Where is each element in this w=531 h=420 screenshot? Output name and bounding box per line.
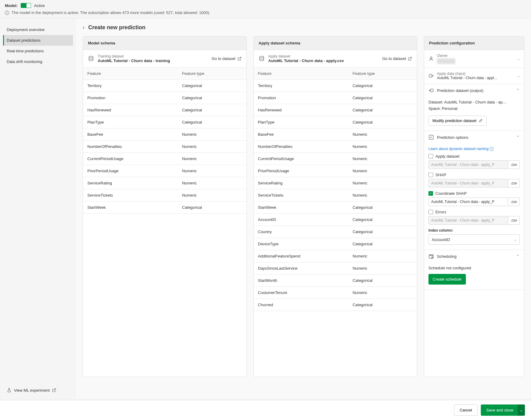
table-row: DaysSinceLastServiceNumeric — [254, 262, 417, 275]
training-dataset-label: Training dataset — [98, 54, 211, 58]
apply-data-value: AutoML Tutorial - Churn data - appl… — [437, 76, 514, 80]
schedule-row[interactable]: Scheduling ⌃ — [424, 250, 524, 263]
output-space: Space: Personal — [428, 106, 520, 111]
feature-cell: StartWeek — [254, 201, 348, 214]
table-row: PromotionCategorical — [254, 92, 417, 104]
goto-training-dataset[interactable]: Go to dataset — [211, 56, 241, 61]
goto-label: Go to dataset — [211, 56, 235, 61]
checkbox[interactable] — [428, 173, 433, 177]
checkbox[interactable] — [428, 154, 433, 159]
feature-cell: CurrentPeriodUsage — [254, 153, 348, 165]
feature-cell: Churned — [254, 299, 348, 311]
feature-cell: Country — [254, 226, 348, 238]
options-title: Prediction options — [437, 135, 513, 140]
table-row: CountryCategorical — [254, 226, 417, 238]
sidebar-item-data-drift[interactable]: Data drift monitoring — [3, 56, 73, 67]
type-cell: Numeric — [178, 177, 246, 189]
table-row: AccountIDCategorical — [254, 214, 417, 226]
flask-icon — [7, 388, 12, 393]
type-cell: Numeric — [348, 141, 417, 153]
type-cell: Categorical — [348, 299, 417, 311]
feature-cell: PriorPeriodUsage — [83, 165, 178, 177]
type-cell: Numeric — [178, 153, 246, 165]
table-row: PlanTypeCategorical — [254, 116, 417, 128]
output-row[interactable]: Prediction dataset (output) ⌃ — [424, 84, 524, 97]
option-input[interactable] — [428, 198, 508, 206]
type-cell: Categorical — [348, 201, 417, 214]
table-row: ServiceRatingNumeric — [83, 177, 246, 189]
svg-rect-3 — [429, 75, 432, 77]
feature-cell: StartWeek — [83, 201, 178, 214]
file-extension: .csv — [508, 160, 520, 169]
modify-prediction-dataset-button[interactable]: Modify prediction dataset — [428, 116, 487, 126]
feature-cell: AdditionalFeatureSpend — [254, 250, 348, 262]
option-input — [428, 179, 508, 187]
type-cell: Categorical — [178, 116, 246, 128]
apply-data-label: Apply data (input) — [437, 72, 514, 76]
table-row: CurrentPeriodUsageNumeric — [254, 153, 417, 165]
feature-cell: CustomerTenure — [254, 287, 348, 299]
col-feature: Feature — [254, 68, 348, 80]
info-icon: i — [5, 11, 9, 15]
model-schema-table: Feature Feature type TerritoryCategorica… — [83, 68, 246, 214]
table-row: AdditionalFeatureSpendNumeric — [254, 250, 417, 262]
type-cell: Categorical — [348, 104, 417, 116]
file-extension: .csv — [508, 179, 520, 187]
sidebar-item-dataset-predictions[interactable]: Dataset predictions — [3, 35, 73, 46]
option-label: Coordinate SHAP — [435, 191, 467, 196]
type-cell: Numeric — [348, 177, 417, 189]
table-row: ChurnedCategorical — [254, 299, 417, 311]
feature-cell: Promotion — [83, 92, 178, 104]
table-row: StartWeekCategorical — [83, 201, 246, 214]
sidebar-item-realtime-predictions[interactable]: Real-time predictions — [3, 46, 73, 56]
type-cell: Categorical — [348, 116, 417, 128]
type-cell: Categorical — [178, 201, 246, 214]
feature-cell: Territory — [83, 80, 178, 92]
type-cell: Numeric — [348, 250, 417, 262]
owner-row[interactable]: Owner ⌵ — [424, 50, 524, 68]
svg-rect-6 — [429, 255, 433, 258]
type-cell: Categorical — [178, 80, 246, 92]
database-icon — [88, 56, 94, 62]
table-row: CurrentPeriodUsageNumeric — [83, 153, 246, 165]
back-icon[interactable]: ‹ — [83, 24, 85, 31]
feature-cell: ServiceRating — [254, 177, 348, 189]
model-label: Model: — [5, 3, 18, 8]
type-cell: Categorical — [348, 80, 417, 92]
create-schedule-button[interactable]: Create schedule — [428, 274, 466, 285]
type-cell: Numeric — [348, 128, 417, 141]
apply-data-row[interactable]: Apply data (input) AutoML Tutorial - Chu… — [424, 68, 524, 84]
view-ml-experiment-link[interactable]: View ML experiment — [3, 385, 73, 396]
svg-rect-4 — [431, 89, 433, 92]
type-cell: Numeric — [178, 128, 246, 141]
database-icon — [259, 56, 265, 62]
table-row: NumberOfPenaltiesNumeric — [83, 141, 246, 153]
table-row: DeviceTypeCategorical — [254, 238, 417, 250]
apply-schema-table: Feature Feature type TerritoryCategorica… — [254, 68, 417, 311]
type-cell: Categorical — [348, 92, 417, 104]
external-link-icon — [237, 57, 242, 61]
modify-btn-label: Modify prediction dataset — [432, 118, 477, 123]
table-row: TerritoryCategorical — [254, 80, 417, 92]
sidebar-item-deployment-overview[interactable]: Deployment overview — [3, 24, 73, 35]
output-dataset: Dataset: AutoML Tutorial - Churn data - … — [428, 100, 520, 104]
svg-point-2 — [430, 57, 432, 59]
edit-icon — [478, 119, 483, 123]
external-link-icon — [408, 57, 412, 61]
checkbox[interactable] — [428, 210, 433, 214]
feature-cell: StartMonth — [254, 275, 348, 287]
learn-link[interactable]: Learn about dynamic dataset naming i — [428, 147, 520, 151]
index-column-select[interactable]: AccountID ⌵ — [428, 234, 520, 245]
chevron-down-icon: ⌵ — [517, 73, 520, 78]
config-panel: Prediction configuration Owner ⌵ — [424, 36, 524, 377]
option-input — [428, 216, 508, 225]
model-toggle[interactable] — [21, 3, 31, 8]
goto-apply-dataset[interactable]: Go to dataset — [382, 56, 412, 61]
input-icon — [428, 73, 434, 79]
chevron-down-icon: ⌵ — [517, 56, 520, 61]
options-row[interactable]: Prediction options ⌃ — [424, 131, 524, 144]
table-row: PromotionCategorical — [83, 92, 246, 104]
feature-cell: NumberOfPenalties — [83, 141, 178, 153]
feature-cell: Territory — [254, 80, 348, 92]
checkbox[interactable]: ✓ — [428, 191, 433, 196]
